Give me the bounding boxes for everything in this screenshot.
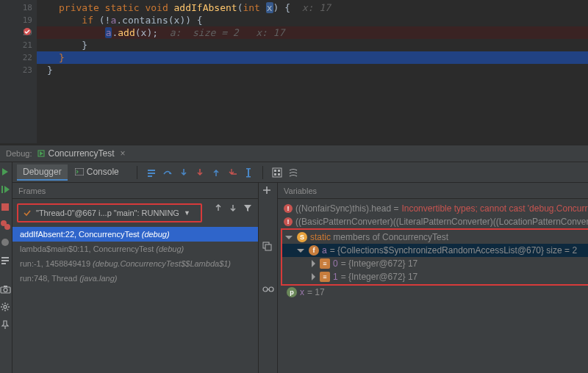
frame-item[interactable]: run:748, Thread (java.lang): [12, 271, 258, 286]
code-line-current[interactable]: }: [37, 51, 588, 64]
variable-row[interactable]: ≡ 1 = {Integer@672} 17: [282, 270, 588, 283]
evaluate-expression-icon[interactable]: [272, 167, 282, 178]
expand-icon[interactable]: [312, 260, 315, 267]
debug-tabs-row: Debugger Console: [12, 162, 588, 183]
get-thread-dump-icon[interactable]: [0, 255, 12, 267]
frames-panel: Frames "Thread-0"@667 i...p "main": RUNN…: [12, 183, 259, 373]
show-execution-point-icon[interactable]: [146, 167, 157, 178]
rerun-icon[interactable]: [0, 167, 12, 178]
svg-rect-28: [265, 245, 271, 250]
frames-nav-icons: [207, 203, 258, 225]
variable-row[interactable]: p x = 17: [284, 286, 588, 299]
svg-rect-9: [1, 260, 9, 261]
svg-marker-2: [40, 151, 43, 156]
step-into-icon[interactable]: [179, 167, 189, 178]
variables-highlight-box: S static members of ConcurrencyTest f a …: [281, 228, 588, 286]
variable-row[interactable]: f a = {Collections$SynchronizedRandomAcc…: [282, 244, 588, 257]
glasses-icon[interactable]: [262, 286, 274, 297]
variables-tree[interactable]: ! ((NonfairSync)this).head = Inconvertib…: [278, 199, 588, 373]
thread-selector[interactable]: "Thread-0"@667 i...p "main": RUNNING ▼: [23, 209, 196, 217]
run-to-cursor-icon[interactable]: [243, 167, 254, 178]
debug-label: Debug:: [6, 149, 32, 158]
stop-icon[interactable]: [0, 202, 12, 214]
frame-list[interactable]: addIfAbsent:22, ConcurrencyTest (debug) …: [12, 227, 258, 373]
frame-item[interactable]: lambda$main$0:11, ConcurrencyTest (debug…: [12, 242, 258, 256]
collapse-icon[interactable]: [285, 236, 293, 239]
code-line[interactable]: }: [37, 64, 588, 76]
tab-console[interactable]: Console: [69, 164, 125, 181]
static-badge-icon: S: [297, 232, 307, 242]
debug-lower: Frames "Thread-0"@667 i...p "main": RUNN…: [12, 183, 588, 373]
svg-point-0: [24, 28, 31, 35]
svg-rect-8: [1, 257, 9, 258]
svg-rect-13: [4, 286, 7, 287]
prev-frame-icon[interactable]: [214, 203, 224, 214]
resume-icon[interactable]: [0, 184, 12, 196]
code-area[interactable]: private static void addIfAbsent(int x) {…: [37, 0, 588, 143]
filter-icon[interactable]: [243, 203, 254, 214]
editor-pane: 18 19 20 21 22 23 private static void ad…: [0, 0, 588, 143]
frame-item[interactable]: addIfAbsent:22, ConcurrencyTest (debug): [12, 227, 258, 242]
field-badge-icon: f: [309, 245, 319, 256]
error-icon: !: [284, 204, 293, 213]
code-line[interactable]: }: [37, 39, 588, 51]
drop-frame-icon[interactable]: [227, 167, 237, 178]
tab-debugger[interactable]: Debugger: [17, 164, 68, 181]
view-breakpoints-icon[interactable]: [0, 220, 12, 231]
frames-header: Frames: [12, 183, 258, 199]
variable-error-row[interactable]: ! ((NonfairSync)this).head = Inconvertib…: [281, 202, 588, 215]
camera-icon[interactable]: [0, 284, 12, 296]
console-icon: [75, 168, 84, 175]
variables-panel: Variables ! ((NonfairSync)this).head = I…: [259, 183, 588, 373]
variable-row[interactable]: S static members of ConcurrencyTest: [282, 231, 588, 244]
svg-rect-3: [1, 186, 3, 193]
variable-error-row[interactable]: ! ((BasicPatternConverter)((LiteralPatte…: [281, 215, 588, 228]
svg-rect-15: [75, 168, 84, 175]
expand-icon[interactable]: [312, 273, 315, 280]
svg-rect-10: [1, 263, 6, 264]
trace-current-stream-chain-icon[interactable]: [288, 167, 298, 178]
thread-selector-highlight: "Thread-0"@667 i...p "main": RUNNING ▼: [17, 203, 202, 222]
mute-breakpoints-icon[interactable]: [0, 237, 12, 249]
svg-rect-16: [148, 170, 155, 171]
svg-point-29: [263, 287, 268, 291]
variable-row[interactable]: ≡ 0 = {Integer@672} 17: [282, 257, 588, 270]
force-step-into-icon[interactable]: [195, 167, 205, 178]
collapse-icon[interactable]: [297, 249, 304, 253]
line-number: 18: [0, 1, 37, 14]
line-number: 23: [0, 64, 37, 76]
svg-rect-23: [274, 170, 276, 172]
breakpoint-icon[interactable]: [22, 26, 32, 37]
svg-point-30: [269, 287, 273, 291]
code-line[interactable]: private static void addIfAbsent(int x) {…: [37, 1, 588, 14]
add-watch-icon[interactable]: [262, 186, 274, 198]
svg-rect-19: [248, 169, 249, 176]
close-icon[interactable]: ×: [118, 148, 129, 159]
next-frame-icon[interactable]: [229, 203, 239, 214]
debug-center: Debugger Console: [12, 162, 588, 373]
svg-rect-20: [246, 168, 251, 170]
frame-item[interactable]: run:-1, 1458849419 (debug.ConcurrencyTes…: [12, 256, 258, 271]
error-icon: !: [284, 217, 293, 226]
variables-toolbar: [259, 183, 278, 373]
check-icon: [23, 209, 32, 217]
variables-header: Variables: [278, 183, 588, 199]
svg-rect-17: [148, 173, 155, 174]
line-number: 22: [0, 51, 37, 64]
step-out-icon[interactable]: [211, 167, 221, 178]
line-number: 21: [0, 39, 37, 51]
svg-rect-22: [273, 168, 282, 177]
debug-tool-window: Debug: ConcurrencyTest × Debugger: [0, 145, 588, 373]
inline-hint: x: 17: [290, 2, 331, 13]
line-number-gutter: 18 19 20 21 22 23: [0, 0, 37, 143]
settings-icon[interactable]: [0, 302, 12, 314]
inline-hint: a: size = 2 x: 17: [158, 27, 284, 38]
separator: [137, 166, 137, 179]
code-line[interactable]: a.add(x); a: size = 2 x: 17: [37, 26, 588, 39]
run-config-tab[interactable]: ConcurrencyTest ×: [37, 145, 128, 162]
array-element-icon: ≡: [320, 258, 330, 269]
step-over-icon[interactable]: [162, 167, 173, 178]
pin-icon[interactable]: [0, 319, 12, 331]
code-line[interactable]: if (!a.contains(x)) {: [37, 14, 588, 26]
copy-icon[interactable]: [262, 242, 274, 253]
